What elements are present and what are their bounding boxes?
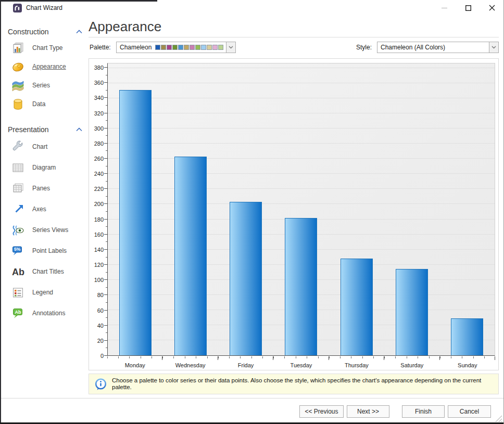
sidebar-item-chart[interactable]: Chart [8,136,87,157]
chart-wrench-icon [11,140,25,154]
info-bar: Choose a palette to color series or thei… [89,374,499,394]
section-label: Construction [8,28,49,36]
sidebar-item-label: Series Views [32,226,68,234]
sidebar-item-diagram[interactable]: Diagram [8,157,87,178]
y-tick-label: 300 [90,125,104,131]
axes-icon [11,202,25,216]
sidebar-item-label: Series [32,82,50,89]
minimize-button[interactable] [432,0,456,16]
x-tick-label: Wednesday [162,362,218,368]
sidebar-item-legend[interactable]: Legend [8,282,87,303]
sidebar-item-data[interactable]: Data [8,95,87,113]
y-tick-label: 0 [90,353,104,359]
y-tick-label: 20 [90,338,104,343]
palette-swatch [184,45,189,50]
section-header-construction[interactable]: Construction [8,25,87,38]
resize-grip[interactable] [495,415,502,422]
y-tick-label: 380 [90,65,104,71]
heading-separator [89,37,499,37]
minimize-icon [442,5,447,11]
palette-swatch [201,45,206,50]
y-tick-label: 60 [90,307,104,313]
bar-friday [230,202,262,355]
sidebar-item-chart-type[interactable]: Chart Type [8,38,87,57]
palette-swatch [167,45,172,50]
annotations-icon: Ab [11,306,25,320]
palette-swatch [190,45,195,50]
sidebar-item-series[interactable]: Series [8,76,87,95]
sidebar-item-panes[interactable]: Panes [8,178,87,199]
style-combobox[interactable]: Chameleon (All Colors) [377,42,499,53]
sidebar-item-chart-titles[interactable]: Ab Chart Titles [8,261,87,282]
y-tick-label: 360 [90,80,104,86]
palette-dropdown-button[interactable] [226,42,235,53]
palette-combobox[interactable]: Chameleon [116,42,236,53]
sidebar-item-label: Axes [32,205,46,213]
next-button[interactable]: Next >> [347,405,389,418]
chart-titles-icon: Ab [11,265,25,279]
sidebar: Construction Chart Type [2,19,87,393]
sidebar-item-appearance[interactable]: Appearance [8,57,87,76]
point-labels-icon: 5% [11,244,25,258]
y-tick-label: 340 [90,95,104,101]
bar-slot [108,63,163,355]
series-views-icon [11,223,25,237]
bar-slot [218,63,273,355]
x-axis-labels: MondayWednesdayFridayTuesdayThursdaySatu… [107,362,495,368]
x-tick-label: Sunday [440,362,495,368]
sidebar-item-label: Chart Type [32,44,62,52]
palette-swatch [172,45,178,50]
finish-button[interactable]: Finish [402,405,445,418]
sidebar-item-annotations[interactable]: Ab Annotations [8,303,87,324]
series-icon [11,79,25,93]
plot-area [107,63,495,356]
chart-preview: 0204060801001201401601802002202402602803… [89,58,499,370]
sidebar-item-label: Legend [32,289,53,296]
section-header-presentation[interactable]: Presentation [8,123,87,136]
sidebar-item-label: Diagram [32,164,56,171]
sidebar-item-label: Point Labels [32,247,67,254]
sidebar-item-series-views[interactable]: Series Views [8,220,87,240]
palette-swatch [178,45,183,50]
bar-slot [273,63,329,355]
palette-label: Palette: [90,44,111,51]
sidebar-item-label: Chart [32,143,47,150]
palette-swatch [207,45,212,50]
sidebar-item-label: Data [32,100,45,108]
palette-swatch [161,45,166,50]
svg-text:Ab: Ab [15,309,21,314]
svg-text:5%: 5% [14,247,21,252]
bar-tuesday [285,218,317,355]
svg-text:Ab: Ab [12,267,24,277]
palette-swatch [195,45,200,50]
window-controls [432,0,504,16]
background-window-edge [0,0,157,2]
palette-swatch [212,45,218,50]
window-title: Chart Wizard [26,4,62,11]
x-tick-label: Saturday [384,362,439,368]
previous-button[interactable]: << Previous [299,405,344,418]
y-tick-label: 100 [90,277,104,283]
footer-separator [0,398,504,399]
x-tick-label: Tuesday [273,362,329,368]
legend-icon [11,286,25,300]
sidebar-item-label: Appearance [32,63,66,70]
style-label: Style: [356,44,372,51]
y-axis-labels: 0204060801001201401601802002202402602803… [90,63,104,356]
sidebar-item-label: Panes [32,185,50,192]
appearance-icon [11,60,25,74]
close-button[interactable] [480,0,504,16]
sidebar-item-axes[interactable]: Axes [8,199,87,220]
info-icon [95,378,107,390]
chart-wizard-dialog: Chart Wizard Construction [0,0,504,424]
sidebar-item-point-labels[interactable]: 5% Point Labels [8,240,87,261]
palette-swatch [218,45,223,50]
style-dropdown-button[interactable] [489,42,498,53]
cancel-button[interactable]: Cancel [448,405,491,418]
y-tick-label: 120 [90,262,104,268]
y-tick-label: 200 [90,201,104,207]
close-icon [489,5,495,11]
bar-series [108,63,495,355]
maximize-button[interactable] [456,0,480,16]
y-tick-label: 240 [90,171,104,177]
